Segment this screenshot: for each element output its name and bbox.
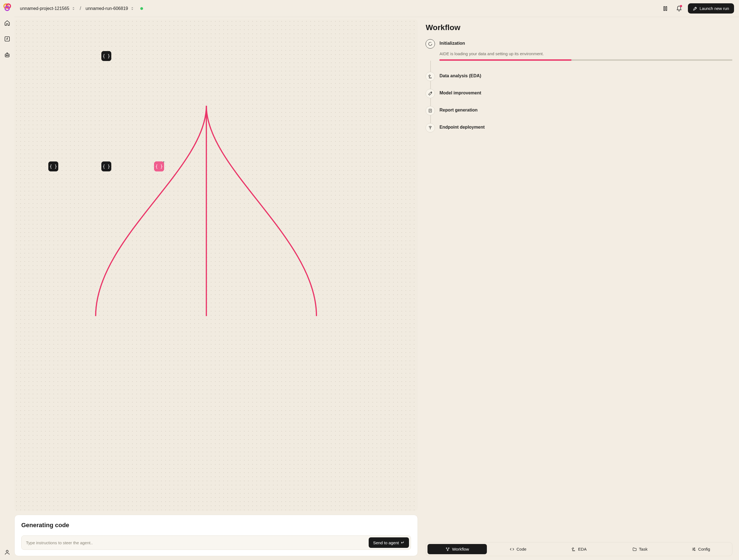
sliders-icon	[692, 547, 696, 551]
svg-point-16	[693, 549, 694, 550]
panel-tabs: Workflow Code EDA Task	[426, 542, 732, 556]
compose-input-row: Send to agent ↵	[21, 535, 411, 550]
agent-instruction-input[interactable]	[26, 540, 369, 545]
nav-robot[interactable]	[2, 50, 12, 60]
nav-user[interactable]	[2, 550, 12, 560]
tab-label: EDA	[578, 547, 587, 551]
microscope-icon	[571, 547, 576, 551]
code-icon	[510, 547, 514, 551]
graph-node-root[interactable]: { }	[101, 51, 111, 61]
workflow-title: Workflow	[426, 23, 732, 32]
tab-label: Task	[639, 547, 647, 551]
svg-point-7	[6, 550, 8, 552]
svg-point-6	[7, 55, 8, 56]
workflow-progress	[439, 59, 732, 61]
workflow-steps: Initialization AIDE is loading your data…	[426, 39, 732, 133]
svg-rect-4	[5, 54, 9, 57]
scroll-icon	[426, 106, 435, 115]
workflow-progress-bar	[439, 59, 571, 61]
pause-button[interactable]	[660, 4, 670, 13]
tab-code[interactable]: Code	[488, 544, 548, 554]
nav-function[interactable]	[2, 34, 12, 44]
wand-icon	[426, 89, 435, 98]
graph-node-child-3[interactable]: { } *	[154, 162, 164, 171]
compose-card: Generating code Send to agent ↵	[14, 515, 418, 556]
workflow-step-eda[interactable]: Data analysis (EDA)	[426, 72, 732, 81]
svg-point-5	[6, 55, 7, 56]
workflow-step-title: Initialization	[439, 41, 732, 46]
svg-point-10	[695, 8, 696, 8]
svg-rect-8	[664, 6, 665, 10]
nav-rail	[0, 0, 14, 560]
header: unnamed-project-121565 / unnamed-run-606…	[14, 0, 739, 17]
workflow-step-report[interactable]: Report generation	[426, 106, 732, 115]
graph-edges	[14, 19, 418, 463]
tab-workflow[interactable]: Workflow	[428, 544, 487, 554]
tab-label: Workflow	[452, 547, 469, 551]
graph-canvas[interactable]: { } { } { } { } *	[14, 19, 418, 511]
rocket-icon	[693, 6, 697, 11]
workflow-panel: Workflow Initialization AIDE is loading …	[420, 17, 739, 560]
folder-icon	[632, 547, 637, 551]
workflow-step-deploy[interactable]: Endpoint deployment	[426, 123, 732, 133]
svg-point-15	[694, 548, 695, 548]
send-to-agent-button[interactable]: Send to agent ↵	[369, 537, 409, 548]
breadcrumb-run-label: unnamed-run-606819	[86, 6, 128, 11]
tab-config[interactable]: Config	[671, 544, 731, 554]
notifications-button[interactable]	[674, 4, 684, 13]
breadcrumb-project[interactable]: unnamed-project-121565	[20, 6, 76, 11]
launch-run-label: Launch new run	[700, 6, 729, 11]
notification-badge	[680, 5, 682, 7]
svg-rect-9	[666, 6, 667, 10]
svg-point-11	[430, 128, 431, 128]
antenna-icon	[426, 123, 435, 133]
workflow-step-init[interactable]: Initialization AIDE is loading your data…	[426, 39, 732, 61]
spinner-icon	[426, 39, 435, 48]
chevron-updown-icon	[130, 7, 134, 10]
compose-heading: Generating code	[21, 522, 411, 529]
workflow-step-title: Data analysis (EDA)	[439, 73, 732, 78]
breadcrumb-run[interactable]: unnamed-run-606819	[86, 6, 134, 11]
send-to-agent-label: Send to agent	[373, 540, 399, 545]
flow-icon	[445, 547, 450, 551]
workflow-step-desc: AIDE is loading your data and setting up…	[439, 51, 732, 56]
tab-eda[interactable]: EDA	[549, 544, 609, 554]
enter-key-icon: ↵	[401, 540, 405, 545]
workflow-step-title: Report generation	[439, 108, 732, 113]
launch-run-button[interactable]: Launch new run	[688, 3, 734, 13]
tab-label: Config	[698, 547, 710, 551]
tab-task[interactable]: Task	[610, 544, 670, 554]
breadcrumb-separator: /	[80, 6, 81, 11]
svg-point-17	[695, 550, 695, 551]
graph-node-child-1[interactable]: { }	[48, 162, 58, 171]
workflow-step-model[interactable]: Model improvement	[426, 89, 732, 98]
nav-home[interactable]	[2, 18, 12, 28]
tab-label: Code	[516, 547, 527, 551]
graph-node-badge: *	[163, 161, 165, 164]
chevron-updown-icon	[71, 7, 76, 10]
microscope-icon	[426, 72, 435, 81]
run-status-indicator	[140, 7, 143, 10]
breadcrumb-project-label: unnamed-project-121565	[20, 6, 69, 11]
workflow-step-title: Model improvement	[439, 90, 732, 96]
workflow-step-title: Endpoint deployment	[439, 125, 732, 130]
graph-node-child-2[interactable]: { }	[101, 162, 111, 171]
app-logo	[2, 3, 12, 12]
